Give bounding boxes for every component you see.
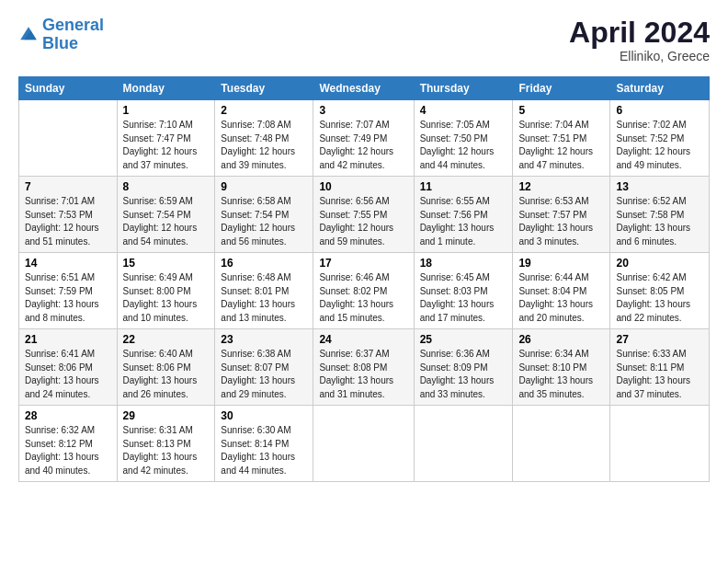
calendar-cell: 20Sunrise: 6:42 AMSunset: 8:05 PMDayligh… bbox=[610, 253, 710, 329]
col-monday: Monday bbox=[117, 77, 215, 100]
day-info: Sunrise: 6:59 AMSunset: 7:54 PMDaylight:… bbox=[123, 195, 210, 248]
calendar-cell: 13Sunrise: 6:52 AMSunset: 7:58 PMDayligh… bbox=[610, 177, 710, 253]
day-number: 10 bbox=[319, 180, 407, 193]
day-number: 30 bbox=[221, 409, 307, 422]
day-number: 14 bbox=[25, 257, 111, 270]
day-number: 3 bbox=[319, 104, 407, 117]
logo: General Blue bbox=[18, 17, 104, 53]
day-info: Sunrise: 6:53 AMSunset: 7:57 PMDaylight:… bbox=[518, 195, 604, 248]
calendar-cell: 26Sunrise: 6:34 AMSunset: 8:10 PMDayligh… bbox=[513, 329, 610, 406]
calendar-cell: 30Sunrise: 6:30 AMSunset: 8:14 PMDayligh… bbox=[215, 406, 313, 482]
month-title: April 2024 bbox=[569, 17, 710, 49]
calendar-cell bbox=[19, 100, 118, 177]
day-info: Sunrise: 6:32 AMSunset: 8:12 PMDaylight:… bbox=[25, 424, 111, 477]
day-info: Sunrise: 6:36 AMSunset: 8:09 PMDaylight:… bbox=[420, 348, 507, 401]
calendar-cell: 15Sunrise: 6:49 AMSunset: 8:00 PMDayligh… bbox=[117, 253, 215, 329]
week-row-3: 14Sunrise: 6:51 AMSunset: 7:59 PMDayligh… bbox=[19, 253, 710, 329]
day-info: Sunrise: 6:37 AMSunset: 8:08 PMDaylight:… bbox=[319, 348, 407, 401]
calendar-cell: 25Sunrise: 6:36 AMSunset: 8:09 PMDayligh… bbox=[414, 329, 513, 406]
calendar-cell: 23Sunrise: 6:38 AMSunset: 8:07 PMDayligh… bbox=[215, 329, 313, 406]
day-number: 5 bbox=[518, 104, 604, 117]
calendar-cell bbox=[414, 406, 513, 482]
day-info: Sunrise: 6:41 AMSunset: 8:06 PMDaylight:… bbox=[25, 348, 111, 401]
calendar-cell: 27Sunrise: 6:33 AMSunset: 8:11 PMDayligh… bbox=[610, 329, 710, 406]
day-info: Sunrise: 6:56 AMSunset: 7:55 PMDaylight:… bbox=[319, 195, 407, 248]
calendar-cell: 29Sunrise: 6:31 AMSunset: 8:13 PMDayligh… bbox=[117, 406, 215, 482]
day-number: 12 bbox=[518, 180, 604, 193]
day-info: Sunrise: 6:33 AMSunset: 8:11 PMDaylight:… bbox=[616, 348, 703, 401]
day-info: Sunrise: 6:40 AMSunset: 8:06 PMDaylight:… bbox=[123, 348, 210, 401]
day-number: 25 bbox=[420, 333, 507, 346]
col-friday: Friday bbox=[513, 77, 610, 100]
header-row: Sunday Monday Tuesday Wednesday Thursday… bbox=[19, 77, 710, 100]
day-number: 8 bbox=[123, 180, 210, 193]
day-info: Sunrise: 6:55 AMSunset: 7:56 PMDaylight:… bbox=[420, 195, 507, 248]
day-number: 7 bbox=[25, 180, 111, 193]
day-info: Sunrise: 6:48 AMSunset: 8:01 PMDaylight:… bbox=[221, 271, 307, 325]
day-info: Sunrise: 6:31 AMSunset: 8:13 PMDaylight:… bbox=[123, 424, 210, 477]
day-number: 16 bbox=[221, 257, 307, 270]
day-info: Sunrise: 6:49 AMSunset: 8:00 PMDaylight:… bbox=[123, 271, 210, 325]
header: General Blue April 2024 Elliniko, Greece bbox=[18, 17, 710, 63]
calendar-cell: 19Sunrise: 6:44 AMSunset: 8:04 PMDayligh… bbox=[513, 253, 610, 329]
calendar-cell: 4Sunrise: 7:05 AMSunset: 7:50 PMDaylight… bbox=[414, 100, 513, 177]
day-info: Sunrise: 6:46 AMSunset: 8:02 PMDaylight:… bbox=[319, 271, 407, 325]
day-number: 21 bbox=[25, 333, 111, 346]
day-info: Sunrise: 6:51 AMSunset: 7:59 PMDaylight:… bbox=[25, 271, 111, 325]
title-block: April 2024 Elliniko, Greece bbox=[569, 17, 710, 63]
calendar-cell bbox=[313, 406, 414, 482]
day-number: 15 bbox=[123, 257, 210, 270]
day-info: Sunrise: 7:07 AMSunset: 7:49 PMDaylight:… bbox=[319, 119, 407, 172]
col-sunday: Sunday bbox=[19, 77, 118, 100]
day-number: 1 bbox=[123, 104, 210, 117]
day-number: 18 bbox=[420, 257, 507, 270]
day-number: 11 bbox=[420, 180, 507, 193]
day-number: 17 bbox=[319, 257, 407, 270]
calendar-cell: 21Sunrise: 6:41 AMSunset: 8:06 PMDayligh… bbox=[19, 329, 118, 406]
day-number: 13 bbox=[616, 180, 703, 193]
calendar-cell: 22Sunrise: 6:40 AMSunset: 8:06 PMDayligh… bbox=[117, 329, 215, 406]
week-row-1: 1Sunrise: 7:10 AMSunset: 7:47 PMDaylight… bbox=[19, 100, 710, 177]
day-info: Sunrise: 7:04 AMSunset: 7:51 PMDaylight:… bbox=[518, 119, 604, 172]
col-saturday: Saturday bbox=[610, 77, 710, 100]
week-row-5: 28Sunrise: 6:32 AMSunset: 8:12 PMDayligh… bbox=[19, 406, 710, 482]
day-number: 6 bbox=[616, 104, 703, 117]
day-info: Sunrise: 7:10 AMSunset: 7:47 PMDaylight:… bbox=[123, 119, 210, 172]
day-info: Sunrise: 7:05 AMSunset: 7:50 PMDaylight:… bbox=[420, 119, 507, 172]
day-info: Sunrise: 7:02 AMSunset: 7:52 PMDaylight:… bbox=[616, 119, 703, 172]
col-thursday: Thursday bbox=[414, 77, 513, 100]
day-info: Sunrise: 7:01 AMSunset: 7:53 PMDaylight:… bbox=[25, 195, 111, 248]
calendar-cell: 7Sunrise: 7:01 AMSunset: 7:53 PMDaylight… bbox=[19, 177, 118, 253]
day-number: 26 bbox=[518, 333, 604, 346]
day-info: Sunrise: 6:44 AMSunset: 8:04 PMDaylight:… bbox=[518, 271, 604, 325]
calendar-cell: 17Sunrise: 6:46 AMSunset: 8:02 PMDayligh… bbox=[313, 253, 414, 329]
calendar-cell: 6Sunrise: 7:02 AMSunset: 7:52 PMDaylight… bbox=[610, 100, 710, 177]
col-tuesday: Tuesday bbox=[215, 77, 313, 100]
day-info: Sunrise: 6:38 AMSunset: 8:07 PMDaylight:… bbox=[221, 348, 307, 401]
day-info: Sunrise: 7:08 AMSunset: 7:48 PMDaylight:… bbox=[221, 119, 307, 172]
day-number: 19 bbox=[518, 257, 604, 270]
calendar-cell: 18Sunrise: 6:45 AMSunset: 8:03 PMDayligh… bbox=[414, 253, 513, 329]
calendar-cell: 11Sunrise: 6:55 AMSunset: 7:56 PMDayligh… bbox=[414, 177, 513, 253]
calendar-cell: 3Sunrise: 7:07 AMSunset: 7:49 PMDaylight… bbox=[313, 100, 414, 177]
calendar-cell: 1Sunrise: 7:10 AMSunset: 7:47 PMDaylight… bbox=[117, 100, 215, 177]
day-number: 24 bbox=[319, 333, 407, 346]
calendar-cell: 9Sunrise: 6:58 AMSunset: 7:54 PMDaylight… bbox=[215, 177, 313, 253]
day-info: Sunrise: 6:42 AMSunset: 8:05 PMDaylight:… bbox=[616, 271, 703, 325]
day-number: 22 bbox=[123, 333, 210, 346]
calendar-cell: 28Sunrise: 6:32 AMSunset: 8:12 PMDayligh… bbox=[19, 406, 118, 482]
logo-text: General Blue bbox=[42, 17, 104, 53]
calendar-cell bbox=[513, 406, 610, 482]
day-number: 29 bbox=[123, 409, 210, 422]
calendar-cell: 5Sunrise: 7:04 AMSunset: 7:51 PMDaylight… bbox=[513, 100, 610, 177]
day-number: 4 bbox=[420, 104, 507, 117]
day-number: 2 bbox=[221, 104, 307, 117]
day-info: Sunrise: 6:45 AMSunset: 8:03 PMDaylight:… bbox=[420, 271, 507, 325]
day-info: Sunrise: 6:34 AMSunset: 8:10 PMDaylight:… bbox=[518, 348, 604, 401]
calendar-table: Sunday Monday Tuesday Wednesday Thursday… bbox=[18, 76, 710, 482]
location: Elliniko, Greece bbox=[569, 49, 710, 63]
col-wednesday: Wednesday bbox=[313, 77, 414, 100]
day-number: 9 bbox=[221, 180, 307, 193]
day-number: 20 bbox=[616, 257, 703, 270]
calendar-cell: 8Sunrise: 6:59 AMSunset: 7:54 PMDaylight… bbox=[117, 177, 215, 253]
